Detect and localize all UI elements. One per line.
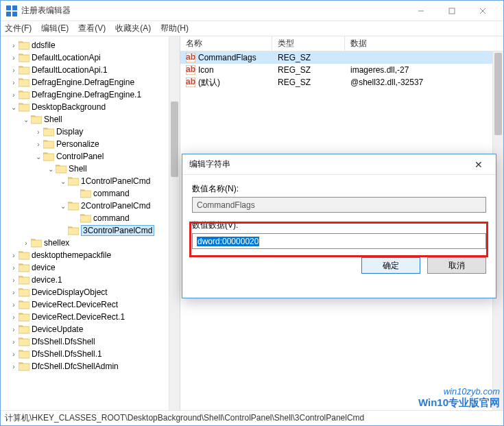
tree-item-label: DesktopBackground — [32, 102, 106, 112]
chevron-right-icon[interactable]: › — [34, 128, 43, 136]
chevron-down-icon[interactable]: ⌄ — [34, 153, 43, 161]
chevron-right-icon[interactable]: › — [9, 79, 19, 86]
value-data-label: 数值数据(V): — [192, 220, 486, 231]
tree-item-label: device.1 — [32, 275, 62, 285]
list-row[interactable]: abIconREG_SZimageres.dll,-27 — [180, 64, 503, 76]
dialog-title: 编辑字符串 — [189, 158, 468, 170]
chevron-down-icon[interactable]: ⌄ — [46, 165, 56, 173]
chevron-right-icon[interactable]: › — [9, 54, 19, 62]
tree-item-label: Display — [56, 127, 83, 137]
chevron-down-icon[interactable]: ⌄ — [9, 104, 19, 111]
window-title: 注册表编辑器 — [21, 5, 405, 16]
chevron-right-icon[interactable]: › — [9, 276, 19, 284]
tree-item[interactable]: ›DeviceDisplayObject — [2, 286, 180, 298]
registry-editor-window: 注册表编辑器 文件(F) 编辑(E) 查看(V) 收藏夹(A) 帮助(H) ›d… — [0, 0, 504, 426]
menu-file[interactable]: 文件(F) — [5, 23, 32, 34]
chevron-down-icon[interactable]: ⌄ — [58, 178, 68, 185]
cell-name: (默认) — [198, 77, 220, 88]
col-header-data[interactable]: 数据 — [345, 36, 503, 51]
tree-item[interactable]: ›DefragEngine.DefragEngine — [2, 76, 180, 88]
col-header-name[interactable]: 名称 — [180, 36, 272, 51]
app-icon — [6, 5, 17, 16]
tree-item[interactable]: ⌄Shell — [2, 163, 180, 175]
chevron-right-icon[interactable]: › — [9, 264, 19, 272]
cell-type: REG_SZ — [278, 65, 311, 75]
close-button[interactable] — [467, 1, 498, 21]
tree-item[interactable]: ⌄DesktopBackground — [2, 101, 180, 113]
menu-view[interactable]: 查看(V) — [78, 23, 106, 34]
chevron-right-icon[interactable]: › — [21, 239, 31, 247]
svg-rect-5 — [449, 8, 455, 14]
tree-item-label: DfcShell.DfcShellAdmin — [32, 362, 119, 371]
tree-item[interactable]: ·command — [2, 187, 180, 200]
tree-item[interactable]: ·command — [2, 212, 180, 224]
tree-item[interactable]: ›DfcShell.DfcShellAdmin — [2, 360, 180, 372]
tree-item[interactable]: ›Personalize — [2, 138, 180, 150]
svg-text:ab: ab — [186, 65, 195, 74]
menu-edit[interactable]: 编辑(E) — [41, 23, 69, 34]
cell-data: imageres.dll,-27 — [350, 65, 409, 75]
tree-item[interactable]: ⌄1ControlPanelCmd — [2, 175, 180, 187]
list-row[interactable]: ab(默认)REG_SZ@shell32.dll,-32537 — [180, 76, 503, 88]
chevron-right-icon[interactable]: › — [34, 141, 43, 148]
tree-item[interactable]: ›Display — [2, 126, 180, 138]
ok-button[interactable]: 确定 — [361, 257, 420, 274]
tree-item[interactable]: ›DefragEngine.DefragEngine.1 — [2, 88, 180, 101]
tree-item[interactable]: ⌄2ControlPanelCmd — [2, 200, 180, 212]
col-header-type[interactable]: 类型 — [272, 36, 345, 51]
tree-item[interactable]: ›DfsShell.DfsShell.1 — [2, 348, 180, 360]
dialog-close-button[interactable]: ✕ — [468, 159, 489, 170]
tree-item[interactable]: ›DefaultLocationApi.1 — [2, 64, 180, 76]
menu-favorites[interactable]: 收藏夹(A) — [115, 23, 151, 34]
chevron-right-icon[interactable]: › — [9, 363, 19, 370]
tree-item[interactable]: ·3ControlPanelCmd — [2, 224, 180, 237]
tree-item-label: 3ControlPanelCmd — [81, 225, 154, 236]
list-row[interactable]: abCommandFlagsREG_SZ — [180, 51, 503, 64]
tree-item[interactable]: ›ddsfile — [2, 39, 180, 51]
svg-rect-1 — [12, 5, 17, 10]
chevron-right-icon[interactable]: › — [9, 326, 19, 333]
tree-item[interactable]: ›DefaultLocationApi — [2, 51, 180, 64]
tree-item[interactable]: ⌄Shell — [2, 113, 180, 126]
chevron-right-icon[interactable]: › — [9, 313, 19, 321]
tree-item[interactable]: ›DeviceRect.DeviceRect — [2, 298, 180, 311]
menu-help[interactable]: 帮助(H) — [160, 23, 189, 34]
svg-rect-2 — [6, 12, 11, 16]
chevron-down-icon[interactable]: ⌄ — [58, 202, 68, 210]
value-data-field[interactable]: dword:00000020 — [192, 233, 486, 249]
tree-pane[interactable]: ›ddsfile›DefaultLocationApi›DefaultLocat… — [1, 36, 180, 410]
svg-text:ab: ab — [186, 78, 195, 86]
chevron-right-icon[interactable]: › — [9, 351, 19, 358]
tree-item[interactable]: ›DeviceUpdate — [2, 323, 180, 335]
value-data-text[interactable]: dword:00000020 — [197, 237, 259, 246]
maximize-button[interactable] — [436, 1, 467, 21]
tree-item[interactable]: ›device.1 — [2, 274, 180, 286]
tree-item[interactable]: ›DfsShell.DfsShell — [2, 335, 180, 348]
tree-item-label: DeviceRect.DeviceRect — [32, 300, 118, 309]
value-name-label: 数值名称(N): — [192, 183, 486, 195]
svg-rect-3 — [12, 12, 17, 16]
chevron-right-icon[interactable]: › — [9, 42, 19, 49]
tree-item[interactable]: ›device — [2, 261, 180, 274]
tree-item[interactable]: ›desktopthemepackfile — [2, 249, 180, 261]
chevron-right-icon[interactable]: › — [9, 301, 19, 309]
cell-type: REG_SZ — [278, 53, 311, 62]
tree-item-label: DefragEngine.DefragEngine.1 — [32, 90, 141, 99]
chevron-down-icon[interactable]: ⌄ — [21, 116, 31, 123]
tree-item[interactable]: ›shellex — [2, 237, 180, 249]
chevron-right-icon[interactable]: › — [9, 338, 19, 346]
chevron-right-icon[interactable]: › — [9, 91, 19, 99]
tree-scrollbar[interactable] — [169, 36, 180, 410]
tree-item[interactable]: ⌄ControlPanel — [2, 150, 180, 163]
chevron-right-icon[interactable]: › — [9, 67, 19, 74]
tree-item-label: ddsfile — [32, 40, 56, 50]
chevron-right-icon[interactable]: › — [9, 289, 19, 296]
cell-name: CommandFlags — [198, 53, 256, 62]
chevron-right-icon[interactable]: › — [9, 252, 19, 259]
tree-item[interactable]: ›DeviceRect.DeviceRect.1 — [2, 311, 180, 323]
tree-item-label: shellex — [44, 238, 69, 248]
minimize-button[interactable] — [405, 1, 436, 21]
tree-item-label: 1ControlPanelCmd — [81, 176, 150, 186]
tree-item-label: Personalize — [56, 139, 99, 149]
cancel-button[interactable]: 取消 — [427, 257, 486, 274]
